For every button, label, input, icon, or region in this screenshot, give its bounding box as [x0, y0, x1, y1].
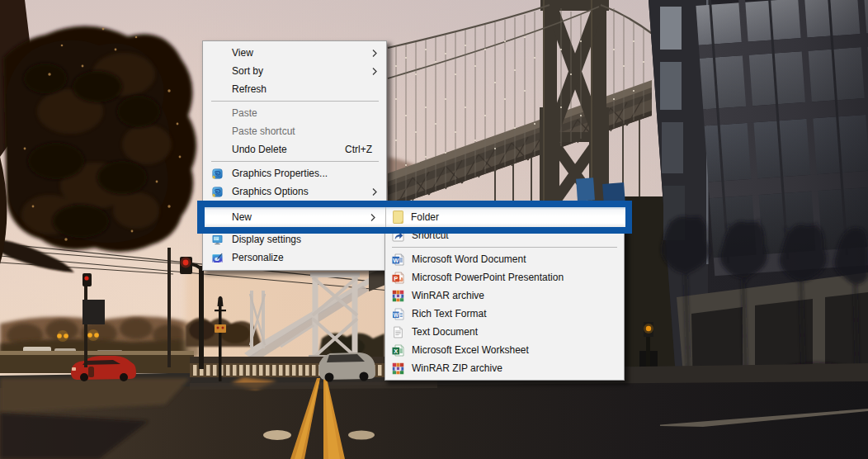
svg-text:W: W	[394, 311, 399, 317]
svg-text:X: X	[394, 347, 398, 354]
svg-text:P: P	[394, 274, 398, 282]
svg-text:W: W	[393, 256, 399, 263]
